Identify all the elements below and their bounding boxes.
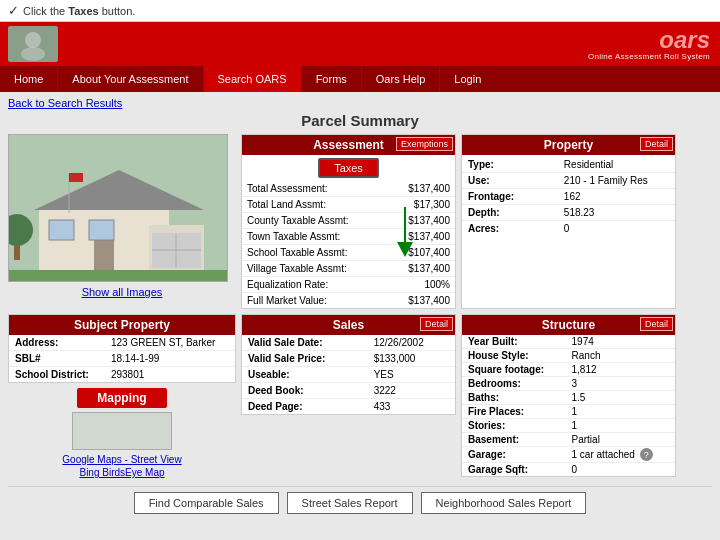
sales-table: Valid Sale Date: 12/26/2002 Valid Sale P… — [242, 335, 455, 414]
structure-box: Structure Detail Year Built: 1974 House … — [461, 314, 676, 477]
table-row: Year Built: 1974 — [462, 335, 675, 349]
taxes-button[interactable]: Taxes — [318, 158, 379, 178]
svg-rect-13 — [49, 220, 74, 240]
table-row: Bedrooms: 3 — [462, 377, 675, 391]
svg-rect-19 — [69, 173, 83, 182]
table-row: Use: 210 - 1 Family Res — [462, 173, 675, 189]
table-row: SBL# 18.14-1-99 — [9, 351, 235, 367]
logo-subtitle: Online Assessment Roll System — [588, 52, 710, 61]
nav-about[interactable]: About Your Assessment — [58, 66, 203, 92]
exemptions-button[interactable]: Exemptions — [396, 137, 453, 151]
table-row: School District: 293801 — [9, 367, 235, 383]
table-row: Deed Book: 3222 — [242, 383, 455, 399]
subject-table: Address: 123 GREEN ST, Barker SBL# 18.14… — [9, 335, 235, 382]
neighborhood-sales-report-button[interactable]: Neighborhood Sales Report — [421, 492, 587, 514]
table-row: Deed Page: 433 — [242, 399, 455, 415]
nav-forms[interactable]: Forms — [302, 66, 362, 92]
assessment-box: Assessment Exemptions Taxes Total Assess… — [241, 134, 456, 309]
table-row: Useable: YES — [242, 367, 455, 383]
sales-box: Sales Detail Valid Sale Date: 12/26/2002… — [241, 314, 456, 415]
left-col-row2: Subject Property Address: 123 GREEN ST, … — [8, 314, 236, 478]
mapping-area: Mapping Google Maps - Street View Bing B… — [8, 388, 236, 478]
bing-maps-link[interactable]: Bing BirdsEye Map — [8, 467, 236, 478]
map-preview — [72, 412, 172, 450]
svg-rect-17 — [9, 270, 228, 282]
table-row: Town Taxable Assmt: $137,400 — [242, 229, 455, 245]
svg-rect-14 — [89, 220, 114, 240]
table-row: Village Taxable Assmt: $137,400 — [242, 261, 455, 277]
table-row: Square footage: 1,812 — [462, 363, 675, 377]
nav-login[interactable]: Login — [440, 66, 495, 92]
left-column: Show all Images — [8, 134, 236, 309]
property-detail-button[interactable]: Detail — [640, 137, 673, 151]
table-row: Frontage: 162 — [462, 189, 675, 205]
instruction-text: Click the Taxes button. — [23, 5, 135, 17]
table-row: Garage: 1 car attached ? — [462, 447, 675, 463]
table-row: Full Market Value: $137,400 — [242, 293, 455, 309]
table-row: Equalization Rate: 100% — [242, 277, 455, 293]
page-title: Parcel Summary — [8, 112, 712, 129]
avatar — [8, 26, 58, 62]
sales-detail-button[interactable]: Detail — [420, 317, 453, 331]
subject-property-box: Subject Property Address: 123 GREEN ST, … — [8, 314, 236, 383]
property-table: Type: Residential Use: 210 - 1 Family Re… — [462, 157, 675, 236]
property-image — [8, 134, 228, 282]
back-to-search-link[interactable]: Back to Search Results — [8, 97, 122, 109]
property-header: Property — [544, 138, 593, 152]
table-row: Basement: Partial — [462, 433, 675, 447]
table-row: Type: Residential — [462, 157, 675, 173]
property-box: Property Detail Type: Residential Use: 2… — [461, 134, 676, 309]
structure-table: Year Built: 1974 House Style: Ranch Squa… — [462, 335, 675, 476]
svg-point-2 — [21, 47, 45, 61]
table-row: Depth: 518.23 — [462, 205, 675, 221]
table-row: Address: 123 GREEN ST, Barker — [9, 335, 235, 351]
help-icon[interactable]: ? — [640, 448, 653, 461]
assessment-header: Assessment — [313, 138, 384, 152]
table-row: School Taxable Assmt: $107,400 — [242, 245, 455, 261]
nav-home[interactable]: Home — [0, 66, 58, 92]
show-all-images[interactable]: Show all Images — [8, 286, 236, 298]
logo-text: oars — [588, 28, 710, 52]
nav-search-oars[interactable]: Search OARS — [204, 66, 302, 92]
table-row: Stories: 1 — [462, 419, 675, 433]
nav-oars-help[interactable]: Oars Help — [362, 66, 441, 92]
table-row: Garage Sqft: 0 — [462, 463, 675, 477]
structure-detail-button[interactable]: Detail — [640, 317, 673, 331]
table-row: Valid Sale Price: $133,000 — [242, 351, 455, 367]
table-row: House Style: Ranch — [462, 349, 675, 363]
table-row: Total Land Assmt: $17,300 — [242, 197, 455, 213]
street-sales-report-button[interactable]: Street Sales Report — [287, 492, 413, 514]
google-maps-link[interactable]: Google Maps - Street View — [8, 454, 236, 465]
table-row: Baths: 1.5 — [462, 391, 675, 405]
table-row: County Taxable Assmt: $137,400 — [242, 213, 455, 229]
table-row: Fire Places: 1 — [462, 405, 675, 419]
svg-point-1 — [25, 32, 41, 48]
table-row: Total Assessment: $137,400 — [242, 181, 455, 197]
table-row: Valid Sale Date: 12/26/2002 — [242, 335, 455, 351]
sales-header: Sales — [333, 318, 364, 332]
checkmark-icon: ✓ — [8, 3, 19, 18]
logo-area: oars Online Assessment Roll System — [588, 28, 710, 61]
svg-rect-12 — [94, 240, 114, 275]
find-comparable-sales-button[interactable]: Find Comparable Sales — [134, 492, 279, 514]
mapping-button[interactable]: Mapping — [77, 388, 166, 408]
assessment-table: Total Assessment: $137,400 Total Land As… — [242, 181, 455, 308]
structure-header: Structure — [542, 318, 595, 332]
subject-header: Subject Property — [9, 315, 235, 335]
table-row: Acres: 0 — [462, 221, 675, 237]
